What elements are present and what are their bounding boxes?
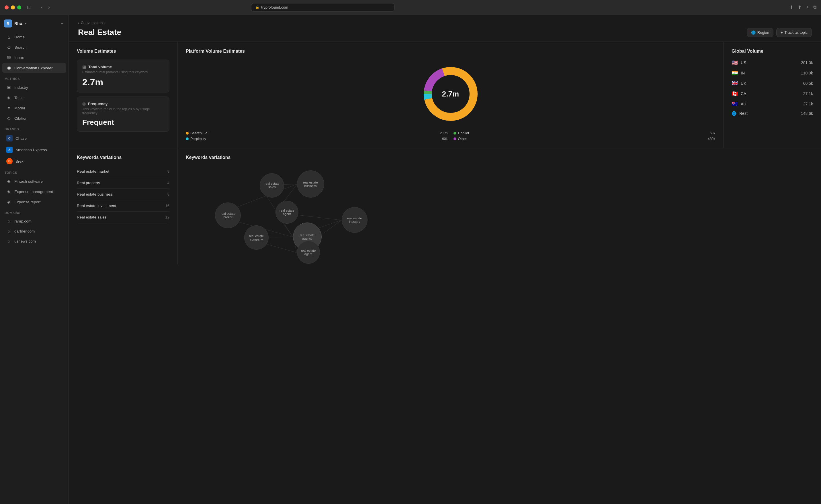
- sidebar-item-ramp[interactable]: ○ ramp.com: [2, 216, 66, 226]
- kw-count: 9: [167, 169, 169, 174]
- home-icon: ⌂: [6, 35, 11, 40]
- sidebar-item-label: Citation: [14, 116, 27, 121]
- us-value: 201.0k: [801, 60, 813, 65]
- sidebar-item-expense-report[interactable]: ◈ Expense report: [2, 197, 66, 207]
- model-icon: ✦: [6, 105, 11, 111]
- bar-chart-icon: ▦: [82, 64, 86, 69]
- keywords-bubble-card: Keywords variations real estate brokerre…: [178, 148, 821, 264]
- sidebar-item-model[interactable]: ✦ Model: [2, 103, 66, 113]
- sidebar-item-label: Chase: [15, 136, 27, 141]
- kw-item-1[interactable]: Real property 4: [77, 177, 169, 189]
- sidebar-nav-conversation-explorer[interactable]: ◉ Conversation Explorer: [2, 63, 66, 73]
- citation-icon: ◇: [6, 116, 11, 121]
- uk-flag: 🇬🇧: [732, 80, 738, 86]
- sidebar-item-label: Conversation Explorer: [14, 66, 53, 70]
- breadcrumb[interactable]: ‹ Conversations: [78, 21, 812, 25]
- header-actions: 🌐 Region + Track as topic: [747, 28, 812, 37]
- sidebar-item-industry[interactable]: ⊞ Industry: [2, 82, 66, 92]
- sidebar-nav-search[interactable]: ⊙ Search: [2, 42, 66, 52]
- bubble-node[interactable]: real estate company: [244, 225, 269, 250]
- page-title: Real Estate: [78, 28, 121, 37]
- titlebar: ⊡ ‹ › 🔒 tryprofound.com ⬇ ⬆ + ⧉: [0, 0, 821, 15]
- sidebar-item-label: usnews.com: [14, 239, 36, 243]
- sidebar-nav-inbox[interactable]: ✉ Inbox: [2, 53, 66, 62]
- close-button[interactable]: [5, 5, 9, 9]
- searchgpt-dot: [186, 132, 188, 135]
- back-button[interactable]: ‹: [39, 4, 45, 11]
- country-item-rest: 🌐 Rest 148.6k: [732, 111, 813, 116]
- legend-item-other: Other 480k: [453, 137, 716, 141]
- kw-count: 4: [167, 181, 169, 185]
- dashboard-grid: Volume Estimates ▦ Total volume Estimate…: [69, 42, 821, 148]
- kw-item-4[interactable]: Real estate sales 12: [77, 212, 169, 223]
- breadcrumb-text: Conversations: [81, 21, 105, 25]
- track-as-topic-button[interactable]: + Track as topic: [776, 28, 812, 37]
- industry-icon: ⊞: [6, 85, 11, 90]
- keywords-grid: Keywords variations Real estate market 9…: [69, 148, 821, 264]
- sidebar-item-label: gartner.com: [14, 229, 35, 233]
- ca-name: CA: [741, 91, 746, 96]
- sidebar-toggle-button[interactable]: ⊡: [25, 3, 33, 11]
- sidebar-item-expense-management[interactable]: ◈ Expense management: [2, 187, 66, 196]
- kw-item-2[interactable]: Real estate business 8: [77, 189, 169, 200]
- region-icon: 🌐: [751, 30, 756, 35]
- country-item-ca: 🇨🇦 CA 27.1k: [732, 90, 813, 97]
- download-icon[interactable]: ⬇: [789, 5, 793, 10]
- tabs-icon[interactable]: ⧉: [813, 5, 816, 10]
- platform-volume-card: Platform Volume Estimates: [178, 42, 724, 148]
- minimize-button[interactable]: [11, 5, 15, 9]
- bubble-node[interactable]: real estate sales: [260, 173, 284, 198]
- url-bar[interactable]: 🔒 tryprofound.com: [251, 3, 394, 11]
- app-layout: R Rho ▾ ··· ⌂ Home ⊙ Search ✉ Inbox ◉ Co…: [0, 15, 821, 504]
- more-options-icon[interactable]: ···: [61, 21, 64, 26]
- total-volume-block: ▦ Total volume Estimated total prompts u…: [77, 60, 169, 92]
- sidebar-item-label: Fintech software: [14, 179, 43, 184]
- sidebar-nav-home[interactable]: ⌂ Home: [2, 32, 66, 42]
- platform-volume-title: Platform Volume Estimates: [186, 49, 715, 54]
- kw-item-0[interactable]: Real estate market 9: [77, 166, 169, 177]
- perplexity-dot: [186, 137, 188, 140]
- country-item-us: 🇺🇸 US 201.0k: [732, 60, 813, 66]
- maximize-button[interactable]: [17, 5, 21, 9]
- legend-value: 480k: [708, 137, 715, 141]
- forward-button[interactable]: ›: [46, 4, 52, 11]
- sidebar-item-citation[interactable]: ◇ Citation: [2, 113, 66, 123]
- region-button[interactable]: 🌐 Region: [747, 28, 773, 37]
- brex-brand-icon: B: [6, 158, 13, 164]
- sidebar-item-brex[interactable]: B Brex: [2, 156, 66, 167]
- sidebar-item-american-express[interactable]: A American Express: [2, 144, 66, 155]
- expense-mgmt-icon: ◈: [6, 189, 11, 194]
- brands-section-label: Brands: [0, 123, 68, 133]
- workspace-header[interactable]: R Rho ▾ ···: [0, 15, 68, 32]
- legend-item-copilot: Copilot 60k: [453, 131, 716, 135]
- url-text: tryprofound.com: [261, 5, 288, 9]
- sidebar-item-gartner[interactable]: ○ gartner.com: [2, 227, 66, 236]
- sidebar-item-chase[interactable]: C Chase: [2, 133, 66, 144]
- platform-legend: SearchGPT 2.1m Copilot 60k: [186, 131, 715, 141]
- rest-flag: 🌐: [732, 111, 737, 116]
- legend-value: 2.1m: [440, 131, 448, 135]
- sidebar-item-label: Brex: [15, 159, 23, 164]
- rest-name: Rest: [739, 111, 748, 116]
- sidebar-item-usnews[interactable]: ○ usnews.com: [2, 237, 66, 246]
- bubble-node[interactable]: real estate industry: [342, 207, 368, 233]
- bubble-node[interactable]: real estate agent: [276, 201, 299, 224]
- kw-count: 16: [165, 204, 169, 208]
- legend-value: 90k: [442, 137, 447, 141]
- share-icon[interactable]: ⬆: [798, 5, 802, 10]
- bubble-node[interactable]: real estate business: [297, 170, 324, 198]
- expense-report-icon: ◈: [6, 199, 11, 204]
- sidebar-item-label: Search: [14, 45, 27, 50]
- fintech-icon: ◈: [6, 179, 11, 184]
- au-flag: 🇦🇺: [732, 101, 738, 107]
- kw-item-3[interactable]: Real estate investment 16: [77, 200, 169, 212]
- sidebar-item-fintech-software[interactable]: ◈ Fintech software: [2, 176, 66, 186]
- sidebar-item-topic[interactable]: ◈ Topic: [2, 93, 66, 103]
- volume-estimates-card: Volume Estimates ▦ Total volume Estimate…: [69, 42, 178, 148]
- metric-header: ▦ Total volume: [82, 64, 164, 69]
- breadcrumb-arrow-icon: ‹: [78, 21, 79, 25]
- bubble-node[interactable]: real estate broker: [215, 202, 241, 228]
- bubble-node[interactable]: real estate agent: [297, 241, 320, 264]
- legend-item-perplexity: Perplexity 90k: [186, 137, 448, 141]
- plus-icon[interactable]: +: [806, 5, 809, 10]
